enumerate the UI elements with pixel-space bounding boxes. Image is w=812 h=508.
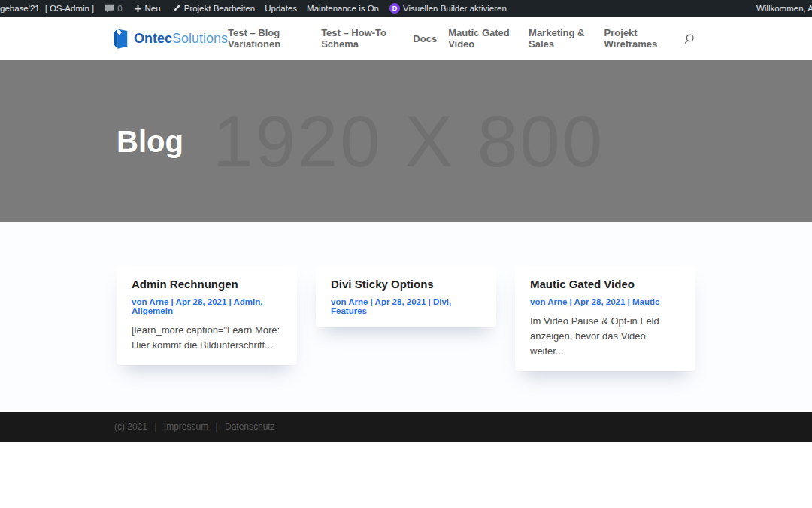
post-title[interactable]: Divi Sticky Options — [331, 278, 481, 291]
footer-link-impressum[interactable]: Impressum — [164, 421, 208, 432]
footer-separator: | — [154, 421, 156, 432]
edit-label: Projekt Bearbeiten — [184, 4, 256, 13]
page-title: Blog — [117, 124, 183, 158]
footer-text: (c) 2021 | Impressum | Datenschutz — [114, 421, 275, 432]
site-header: OntecSolutions Test – Blog Variationen T… — [0, 17, 812, 60]
post-meta[interactable]: von Arne | Apr 28, 2021 | Divi, Features — [331, 297, 481, 315]
hero-placeholder-image-text: 1920 X 800 — [213, 100, 604, 183]
nav-item-test-howto-schema[interactable]: Test – How-To Schema — [321, 27, 401, 50]
nav-item-test-blog-variationen[interactable]: Test – Blog Variationen — [228, 27, 310, 50]
blog-card-grid: Admin Rechnungen von Arne | Apr 28, 2021… — [117, 266, 695, 371]
search-button[interactable] — [684, 33, 695, 44]
admin-bar-visual-builder[interactable]: D Visuellen Builder aktivieren — [389, 3, 507, 14]
admin-bar-maintenance-status[interactable]: Maintenance is On — [307, 4, 379, 13]
divi-d-badge-icon: D — [389, 3, 400, 14]
post-excerpt: [learn_more caption="Learn More: Hier ko… — [132, 323, 282, 353]
post-excerpt: Im Video Pause & Opt-in Feld anzeigen, b… — [530, 314, 680, 359]
post-meta[interactable]: von Arne | Apr 28, 2021 | Admin, Allgeme… — [132, 297, 282, 315]
main-nav: Test – Blog Variationen Test – How-To Sc… — [228, 27, 672, 50]
admin-bar-role[interactable]: | OS-Admin | — [45, 4, 94, 13]
post-title[interactable]: Admin Rechnungen — [132, 278, 282, 291]
logo-text-primary: Ontec — [134, 31, 172, 46]
post-meta[interactable]: von Arne | Apr 28, 2021 | Mautic — [530, 297, 680, 306]
visual-builder-label: Visuellen Builder aktivieren — [403, 4, 507, 13]
pencil-icon — [172, 4, 181, 13]
nav-item-docs[interactable]: Docs — [413, 33, 437, 44]
nav-item-marketing-sales[interactable]: Marketing & Sales — [529, 27, 593, 50]
bottom-whitespace — [0, 442, 812, 508]
footer-separator: | — [216, 421, 218, 432]
post-title[interactable]: Mautic Gated Video — [530, 278, 680, 291]
admin-bar-site-name[interactable]: gebase'21 — [0, 4, 40, 13]
content-area: Admin Rechnungen von Arne | Apr 28, 2021… — [0, 222, 812, 412]
search-icon — [684, 33, 695, 44]
comment-count: 0 — [117, 4, 122, 13]
admin-bar-updates[interactable]: Updates — [265, 4, 297, 13]
site-footer: (c) 2021 | Impressum | Datenschutz — [0, 412, 812, 442]
logo-text-secondary: Solutions — [172, 31, 228, 46]
admin-bar-new-button[interactable]: Neu — [134, 4, 161, 13]
comment-bubble-icon — [105, 4, 114, 13]
hero-banner: 1920 X 800 Blog — [0, 60, 812, 222]
blog-card: Divi Sticky Options von Arne | Apr 28, 2… — [316, 266, 496, 327]
new-label: Neu — [145, 4, 161, 13]
logo-cube-icon — [113, 28, 129, 50]
site-logo[interactable]: OntecSolutions — [113, 28, 228, 50]
footer-link-datenschutz[interactable]: Datenschutz — [225, 421, 275, 432]
blog-card: Admin Rechnungen von Arne | Apr 28, 2021… — [117, 266, 297, 365]
admin-bar-welcome[interactable]: Willkommen, A — [756, 4, 812, 13]
admin-bar-edit-project[interactable]: Projekt Bearbeiten — [172, 4, 256, 13]
logo-text: OntecSolutions — [134, 31, 228, 47]
nav-item-projekt-wireframes[interactable]: Projekt Wireframes — [604, 27, 672, 50]
plus-icon — [134, 5, 142, 13]
wp-admin-bar: gebase'21 | OS-Admin | 0 Neu Projekt Bea… — [0, 0, 812, 17]
admin-bar-comments[interactable]: 0 — [105, 4, 122, 13]
footer-copyright: (c) 2021 — [114, 421, 147, 432]
nav-item-mautic-gated-video[interactable]: Mautic Gated Video — [448, 27, 517, 50]
blog-card: Mautic Gated Video von Arne | Apr 28, 20… — [515, 266, 695, 371]
